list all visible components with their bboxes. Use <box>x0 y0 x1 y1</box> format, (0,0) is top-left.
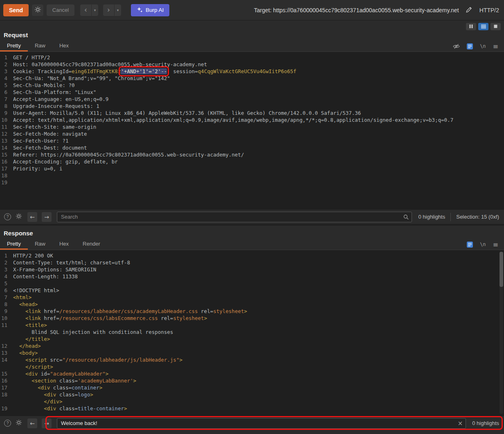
response-tab-pretty[interactable]: Pretty <box>0 239 28 250</box>
code-segment: title-container <box>78 405 124 412</box>
line-number: 18 <box>0 391 7 398</box>
line-number <box>0 329 7 336</box>
response-scrollbar[interactable] <box>500 252 503 414</box>
code-segment: <div <box>38 385 50 391</box>
pause-button[interactable] <box>466 23 476 30</box>
code-line: 18 <div class=logo> <box>0 391 504 398</box>
code-line: 4Sec-Ch-Ua: "Not_A Brand";v="99", "Chrom… <box>0 75 504 82</box>
newline-toggle[interactable]: \n <box>480 43 486 49</box>
send-button[interactable]: Send <box>3 4 29 16</box>
code-segment: Accept-Encoding: gzip, deflate, br <box>13 159 118 165</box>
code-segment <box>13 357 25 363</box>
request-tab-pretty[interactable]: Pretty <box>0 41 28 51</box>
response-panel-title: Response <box>4 230 33 237</box>
code-segment: rel= <box>158 315 173 321</box>
next-match-button[interactable]: → <box>42 418 52 428</box>
request-editor[interactable]: 1GET / HTTP/22Host: 0a760000045cc79c8023… <box>0 52 504 209</box>
code-line: 8 <head> <box>0 301 504 308</box>
request-search-wrap <box>57 212 412 222</box>
code-segment: > <box>99 385 103 391</box>
code-segment: Content-Length: 11338 <box>13 273 78 280</box>
request-search-input[interactable] <box>57 212 412 222</box>
previous-match-button[interactable]: ← <box>27 418 37 428</box>
line-number: 8 <box>0 103 7 110</box>
code-segment: > <box>106 371 109 377</box>
line-number: 12 <box>0 342 7 349</box>
response-highlights-count: 0 highlights <box>472 420 499 426</box>
back-button-group: ‹ ▾ <box>80 4 98 16</box>
response-header: Response <box>0 226 504 239</box>
request-options-button[interactable] <box>32 4 43 16</box>
editor-menu-icon[interactable]: ≡ <box>493 43 498 50</box>
code-segment: <title> <box>25 322 47 328</box>
response-tab-hex[interactable]: Hex <box>52 239 76 250</box>
code-segment: 'academyLabBanner' <box>78 378 133 384</box>
request-tab-raw[interactable]: Raw <box>28 41 52 51</box>
scrollbar-thumb[interactable] <box>500 252 503 287</box>
forward-button[interactable]: › <box>103 4 114 16</box>
code-line: </script> <box>0 363 504 370</box>
code-segment <box>13 350 19 356</box>
request-header: Request <box>0 20 504 41</box>
line-number: 10 <box>0 116 7 123</box>
burp-repeater-window: Send Cancel ‹ ▾ › ▾ Burp AI Target: http… <box>0 0 504 434</box>
back-button[interactable]: ‹ <box>80 4 91 16</box>
code-line: 10 <link href=/resources/css/labsEcommer… <box>0 315 504 322</box>
code-segment: </head> <box>19 343 41 349</box>
code-line: 2Host: 0a760000045cc79c802371ad00ac0055.… <box>0 61 504 68</box>
eye-slash-icon[interactable] <box>453 44 460 49</box>
code-segment: </div> <box>44 398 62 405</box>
line-number: 15 <box>0 151 7 158</box>
response-tab-render[interactable]: Render <box>76 239 107 250</box>
code-line: 9User-Agent: Mozilla/5.0 (X11; Linux x86… <box>0 110 504 116</box>
response-search-input[interactable] <box>57 418 466 429</box>
gear-icon <box>34 6 41 14</box>
previous-match-button[interactable]: ← <box>27 212 37 222</box>
response-tab-raw[interactable]: Raw <box>28 239 52 250</box>
search-settings-button[interactable] <box>15 419 23 427</box>
pencil-icon <box>466 6 473 14</box>
code-segment: Blind SQL injection with conditional res… <box>13 329 173 335</box>
pause-icon <box>469 24 473 30</box>
help-icon[interactable]: ? <box>4 420 11 427</box>
search-settings-button[interactable] <box>15 213 23 221</box>
back-history-dropdown[interactable]: ▾ <box>91 4 98 16</box>
code-line: 5Sec-Ch-Ua-Mobile: ?0 <box>0 82 504 89</box>
code-segment: logo <box>78 391 90 398</box>
line-number: 1 <box>0 54 7 61</box>
stop-button[interactable] <box>491 23 501 30</box>
code-segment <box>13 378 32 384</box>
clear-search-icon[interactable]: × <box>458 420 463 426</box>
code-segment: Sec-Ch-Ua-Mobile: ?0 <box>13 82 75 88</box>
newline-toggle[interactable]: \n <box>480 242 486 247</box>
code-line: 14Sec-Fetch-Dest: document <box>0 144 504 151</box>
code-segment: "/resources/labheader/js/labHeader.js" <box>62 357 179 363</box>
code-segment: container <box>72 385 99 391</box>
help-icon[interactable]: ? <box>4 213 11 220</box>
http-version-selector[interactable]: HTTP/2 <box>479 7 499 13</box>
code-segment: > <box>179 357 182 363</box>
line-number: 12 <box>0 130 7 137</box>
line-number: 8 <box>0 301 7 308</box>
line-number: 17 <box>0 384 7 391</box>
gear-icon <box>16 419 22 427</box>
request-tab-hex[interactable]: Hex <box>52 41 76 51</box>
burp-ai-button[interactable]: Burp AI <box>131 4 169 16</box>
code-segment: "academyLabHeader" <box>50 371 105 377</box>
code-segment: Cookie: TrackingId= <box>13 68 72 74</box>
syntax-highlight-icon[interactable] <box>467 242 473 248</box>
forward-history-dropdown[interactable]: ▾ <box>114 4 121 16</box>
next-match-button[interactable]: → <box>42 212 52 222</box>
code-segment: > <box>204 315 207 321</box>
editor-menu-icon[interactable]: ≡ <box>493 241 498 248</box>
layout-button[interactable] <box>478 23 488 30</box>
syntax-highlight-icon[interactable] <box>467 43 473 49</box>
code-segment: class= <box>50 385 72 391</box>
code-line: 15Referer: https://0a760000045cc79c80237… <box>0 151 504 158</box>
edit-target-button[interactable] <box>465 6 474 15</box>
code-line: 16 <section class='academyLabBanner'> <box>0 377 504 384</box>
cancel-button[interactable]: Cancel <box>47 4 74 16</box>
magnifier-icon <box>403 214 409 219</box>
code-segment: eing6IdTFmgKtK8z <box>72 68 121 74</box>
response-editor[interactable]: 1HTTP/2 200 OK2Content-Type: text/html; … <box>0 250 504 416</box>
